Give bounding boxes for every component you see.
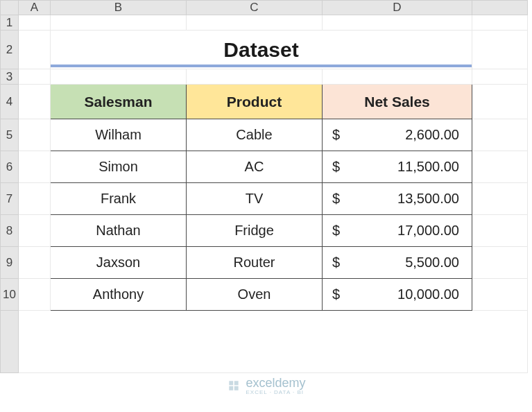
watermark-name: exceldemy	[246, 376, 305, 390]
cell-netsales-0[interactable]: $2,600.00	[323, 119, 472, 151]
cell-A4[interactable]	[19, 85, 51, 119]
cell-C3[interactable]	[187, 69, 323, 85]
spreadsheet-grid: A B C D 1 2 Dataset 3 4 Salesman Pr	[0, 0, 528, 373]
cell-product-0[interactable]: Cable	[187, 119, 323, 151]
cell-E10[interactable]	[472, 279, 528, 311]
cell-B3[interactable]	[51, 69, 187, 85]
cell-product-4[interactable]: Router	[187, 247, 323, 279]
col-header-C[interactable]: C	[187, 1, 323, 15]
cell-D1[interactable]	[323, 15, 472, 31]
col-header-blank	[472, 1, 528, 15]
cell-E5[interactable]	[472, 119, 528, 151]
cell-A2[interactable]	[19, 31, 51, 69]
currency-symbol: $	[332, 127, 340, 143]
net-sales-value: 17,000.00	[397, 223, 459, 239]
net-sales-value: 5,500.00	[405, 255, 459, 271]
row-header-2[interactable]: 2	[1, 31, 19, 69]
net-sales-value: 10,000.00	[397, 286, 459, 302]
row-header-7[interactable]: 7	[1, 183, 19, 215]
col-header-A[interactable]: A	[19, 1, 51, 15]
cell-salesman-4[interactable]: Jaxson	[51, 247, 187, 279]
cell-product-3[interactable]: Fridge	[187, 215, 323, 247]
cell-A1[interactable]	[19, 15, 51, 31]
net-sales-value: 13,500.00	[397, 191, 459, 207]
cell-E4[interactable]	[472, 85, 528, 119]
row-header-3[interactable]: 3	[1, 69, 19, 85]
dataset-title-cell[interactable]: Dataset	[51, 31, 472, 69]
cell-A5[interactable]	[19, 119, 51, 151]
cell-A6[interactable]	[19, 151, 51, 183]
cell-A3[interactable]	[19, 69, 51, 85]
row-header-9[interactable]: 9	[1, 247, 19, 279]
cell-salesman-2[interactable]: Frank	[51, 183, 187, 215]
col-header-B[interactable]: B	[51, 1, 187, 15]
watermark: exceldemy EXCEL · DATA · BI	[226, 376, 305, 395]
cell-netsales-4[interactable]: $5,500.00	[323, 247, 472, 279]
cell-product-2[interactable]: TV	[187, 183, 323, 215]
watermark-sub: EXCEL · DATA · BI	[246, 389, 305, 395]
row-header-5[interactable]: 5	[1, 119, 19, 151]
row-header-blank	[1, 311, 19, 373]
cell-salesman-1[interactable]: Simon	[51, 151, 187, 183]
cell-netsales-1[interactable]: $11,500.00	[323, 151, 472, 183]
row-header-10[interactable]: 10	[1, 279, 19, 311]
row-header-8[interactable]: 8	[1, 215, 19, 247]
cell-D3[interactable]	[323, 69, 472, 85]
select-all-corner[interactable]	[1, 1, 19, 15]
header-salesman[interactable]: Salesman	[51, 85, 187, 119]
cell-E2[interactable]	[472, 31, 528, 69]
cell-E3[interactable]	[472, 69, 528, 85]
currency-symbol: $	[332, 191, 340, 207]
cell-salesman-0[interactable]: Wilham	[51, 119, 187, 151]
currency-symbol: $	[332, 159, 340, 175]
net-sales-value: 11,500.00	[397, 159, 459, 175]
cell-blank-below[interactable]	[19, 311, 528, 373]
cell-B1[interactable]	[51, 15, 187, 31]
header-net-sales[interactable]: Net Sales	[323, 85, 472, 119]
dataset-title-text: Dataset	[223, 38, 298, 61]
currency-symbol: $	[332, 223, 340, 239]
net-sales-value: 2,600.00	[405, 127, 459, 143]
title-underline	[51, 65, 472, 67]
row-header-4[interactable]: 4	[1, 85, 19, 119]
cell-netsales-5[interactable]: $10,000.00	[323, 279, 472, 311]
cell-netsales-3[interactable]: $17,000.00	[323, 215, 472, 247]
cell-E9[interactable]	[472, 247, 528, 279]
cell-product-5[interactable]: Oven	[187, 279, 323, 311]
row-header-6[interactable]: 6	[1, 151, 19, 183]
exceldemy-logo-icon	[226, 379, 240, 393]
cell-A9[interactable]	[19, 247, 51, 279]
cell-A8[interactable]	[19, 215, 51, 247]
cell-E1[interactable]	[472, 15, 528, 31]
header-product[interactable]: Product	[187, 85, 323, 119]
cell-netsales-2[interactable]: $13,500.00	[323, 183, 472, 215]
cell-A7[interactable]	[19, 183, 51, 215]
col-header-D[interactable]: D	[323, 1, 472, 15]
currency-symbol: $	[332, 286, 340, 302]
cell-E8[interactable]	[472, 215, 528, 247]
cell-E6[interactable]	[472, 151, 528, 183]
cell-C1[interactable]	[187, 15, 323, 31]
cell-A10[interactable]	[19, 279, 51, 311]
row-header-1[interactable]: 1	[1, 15, 19, 31]
cell-salesman-3[interactable]: Nathan	[51, 215, 187, 247]
currency-symbol: $	[332, 255, 340, 271]
cell-E7[interactable]	[472, 183, 528, 215]
cell-product-1[interactable]: AC	[187, 151, 323, 183]
cell-salesman-5[interactable]: Anthony	[51, 279, 187, 311]
